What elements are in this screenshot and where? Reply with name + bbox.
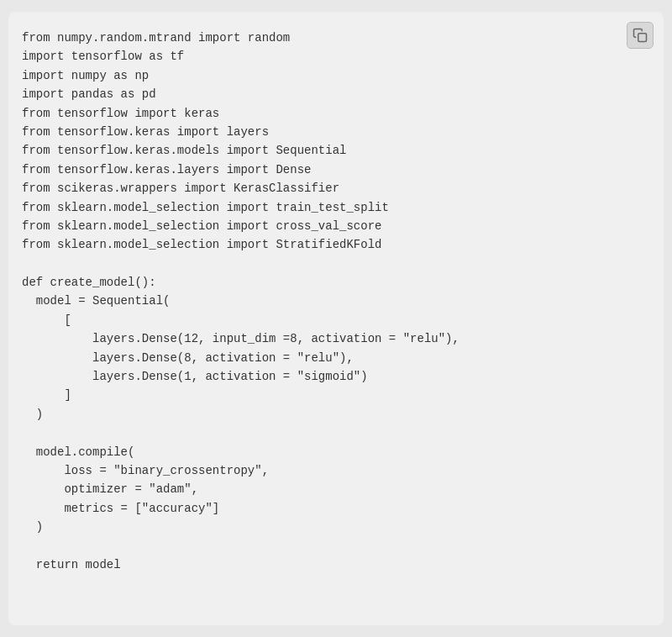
code-line: [22, 537, 650, 555]
svg-rect-0: [638, 34, 647, 42]
code-line: from tensorflow import keras: [22, 104, 650, 123]
code-line: from tensorflow.keras.models import Sequ…: [22, 141, 650, 160]
code-line: import pandas as pd: [22, 85, 650, 103]
code-line: layers.Dense(1, activation = "sigmoid"): [22, 367, 650, 386]
copy-button[interactable]: [627, 22, 654, 49]
code-line: loss = "binary_crossentropy",: [22, 461, 650, 480]
code-line: from sklearn.model_selection import cros…: [22, 217, 650, 235]
code-line: optimizer = "adam",: [22, 480, 650, 498]
code-line: import numpy as np: [22, 66, 650, 85]
code-line: metrics = ["accuracy"]: [22, 499, 650, 518]
code-line: def create_model():: [22, 273, 650, 292]
code-line: [22, 424, 650, 442]
code-line: import tensorflow as tf: [22, 47, 650, 66]
copy-icon: [633, 28, 648, 43]
code-line: ): [22, 405, 650, 424]
code-line: model = Sequential(: [22, 292, 650, 310]
code-line: model.compile(: [22, 443, 650, 461]
code-line: layers.Dense(12, input_dim =8, activatio…: [22, 329, 650, 348]
code-line: [: [22, 311, 650, 329]
code-line: from sklearn.model_selection import trai…: [22, 198, 650, 217]
code-line: from scikeras.wrappers import KerasClass…: [22, 179, 650, 197]
code-line: from numpy.random.mtrand import random: [22, 29, 650, 47]
code-line: ]: [22, 386, 650, 404]
code-line: return model: [22, 555, 650, 574]
code-line: ): [22, 518, 650, 536]
code-line: layers.Dense(8, activation = "relu"),: [22, 349, 650, 367]
code-line: from tensorflow.keras import layers: [22, 123, 650, 141]
code-line: [22, 255, 650, 273]
code-container: from numpy.random.mtrand import randomim…: [8, 12, 664, 625]
code-line: from sklearn.model_selection import Stra…: [22, 235, 650, 254]
code-line: from tensorflow.keras.layers import Dens…: [22, 161, 650, 179]
code-block: from numpy.random.mtrand import randomim…: [22, 29, 650, 574]
